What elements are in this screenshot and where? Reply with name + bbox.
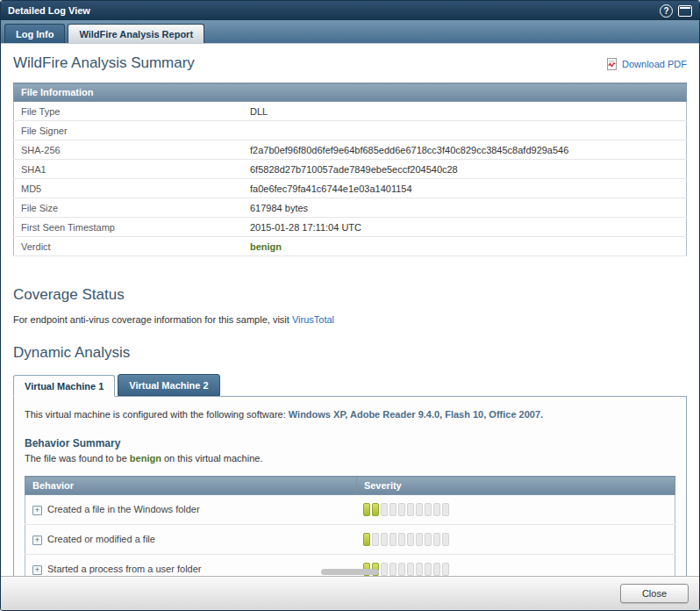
- severity-segment-empty: [416, 533, 423, 546]
- table-row: Verdict benign: [14, 237, 687, 256]
- severity-meter: [363, 563, 668, 576]
- severity-segment-empty: [389, 503, 396, 516]
- severity-segment-empty: [381, 533, 388, 546]
- vm-config-text: This virtual machine is configured with …: [25, 409, 675, 420]
- severity-segment-empty: [398, 533, 405, 546]
- dialog-title: Detailed Log View: [8, 5, 660, 16]
- severity-segment-empty: [407, 503, 414, 516]
- severity-segment-empty: [425, 563, 432, 576]
- severity-segment-empty: [433, 503, 440, 516]
- coverage-text-before: For endpoint anti-virus coverage informa…: [13, 314, 292, 325]
- severity-segment-empty: [381, 563, 388, 576]
- severity-meter: [363, 503, 668, 516]
- download-pdf-label: Download PDF: [622, 59, 687, 69]
- expand-icon[interactable]: +: [32, 565, 42, 575]
- severity-segment-empty: [416, 563, 423, 576]
- behavior-column-header: Behavior: [25, 477, 357, 495]
- severity-segment-empty: [425, 533, 432, 546]
- help-icon[interactable]: ?: [660, 4, 673, 18]
- pdf-icon: [606, 58, 618, 70]
- behavior-header-row: Behavior Severity: [25, 477, 675, 495]
- file-signer-label: File Signer: [14, 121, 244, 140]
- horizontal-scrollbar-thumb[interactable]: [321, 569, 379, 575]
- verdict-sentence: The file was found to be benign on this …: [25, 453, 675, 464]
- file-type-value: DLL: [243, 102, 687, 121]
- md5-value: fa0e6fec79fa41c6744e1e03a1401154: [243, 179, 687, 198]
- top-tab-strip: Log Info WildFire Analysis Report: [1, 20, 699, 44]
- severity-segment-filled: [363, 533, 370, 546]
- tab-wildfire-analysis-report[interactable]: WildFire Analysis Report: [68, 24, 204, 43]
- table-row: First Seen Timestamp 2015-01-28 17:11:04…: [14, 218, 687, 237]
- sha256-value: f2a7b0ef96f80d6fef9e64bf685edd6e6718cc3f…: [243, 140, 687, 160]
- severity-segment-filled: [372, 503, 379, 516]
- severity-segment-empty: [381, 503, 388, 516]
- severity-segment-empty: [407, 563, 414, 576]
- severity-segment-empty: [416, 503, 423, 516]
- wildfire-summary-heading: WildFire Analysis Summary: [13, 54, 606, 72]
- tab-log-info[interactable]: Log Info: [4, 24, 65, 43]
- vm1-panel: This virtual machine is configured with …: [13, 396, 687, 576]
- file-signer-value: [243, 121, 687, 140]
- file-type-label: File Type: [14, 102, 244, 121]
- severity-segment-empty: [389, 533, 396, 546]
- severity-segment-empty: [398, 503, 405, 516]
- file-size-label: File Size: [14, 198, 244, 218]
- md5-label: MD5: [14, 179, 244, 198]
- severity-segment-filled: [363, 503, 370, 516]
- vm-config-prefix: This virtual machine is configured with …: [25, 409, 289, 420]
- severity-segment-empty: [398, 563, 405, 576]
- tab-virtual-machine-1[interactable]: Virtual Machine 1: [13, 375, 115, 397]
- footer-bar: Close: [1, 576, 699, 610]
- virustotal-link[interactable]: VirusTotal: [292, 314, 334, 325]
- title-bar: Detailed Log View ?: [1, 1, 699, 20]
- severity-segment-empty: [425, 503, 432, 516]
- window-icon[interactable]: [678, 5, 692, 17]
- behavior-table: Behavior Severity +Created a file in the…: [25, 476, 675, 576]
- vm-config-software: Windows XP, Adobe Reader 9.4.0, Flash 10…: [289, 409, 543, 420]
- severity-segment-empty: [433, 563, 440, 576]
- behavior-label: Created a file in the Windows folder: [47, 504, 200, 514]
- verdict-sentence-after: on this virtual machine.: [161, 453, 263, 464]
- sha256-label: SHA-256: [14, 140, 244, 160]
- table-row: +Created a file in the Windows folder: [25, 495, 675, 525]
- coverage-text: For endpoint anti-virus coverage informa…: [13, 314, 687, 325]
- severity-segment-empty: [372, 533, 379, 546]
- verdict-sentence-before: The file was found to be: [25, 453, 130, 464]
- severity-segment-empty: [407, 533, 414, 546]
- file-size-value: 617984 bytes: [243, 198, 687, 218]
- table-row: SHA-256 f2a7b0ef96f80d6fef9e64bf685edd6e…: [14, 140, 687, 160]
- table-row: File Type DLL: [14, 102, 687, 121]
- table-row: File Signer: [14, 121, 687, 140]
- sha1-value: 6f5828d27b710057ade7849ebe5eccf204540c28: [243, 160, 687, 179]
- expand-icon[interactable]: +: [32, 506, 42, 515]
- verdict-sentence-verdict: benign: [130, 453, 161, 464]
- coverage-status-heading: Coverage Status: [13, 286, 687, 304]
- download-pdf-link[interactable]: Download PDF: [606, 58, 687, 70]
- first-seen-label: First Seen Timestamp: [14, 218, 244, 237]
- dynamic-analysis-heading: Dynamic Analysis: [13, 344, 687, 362]
- severity-segment-empty: [433, 533, 440, 546]
- tab-virtual-machine-2[interactable]: Virtual Machine 2: [118, 374, 219, 396]
- verdict-value: benign: [243, 237, 687, 256]
- table-row: MD5 fa0e6fec79fa41c6744e1e03a1401154: [14, 179, 687, 198]
- severity-segment-empty: [389, 563, 396, 576]
- severity-segment-empty: [442, 503, 449, 516]
- report-content: WildFire Analysis Summary Download PDF F…: [1, 44, 699, 576]
- file-information-table: File Information File Type DLL File Sign…: [13, 83, 687, 256]
- table-row: +Created or modified a file: [25, 525, 675, 555]
- table-row: SHA1 6f5828d27b710057ade7849ebe5eccf2045…: [14, 160, 687, 179]
- severity-meter: [363, 533, 668, 546]
- behavior-summary-heading: Behavior Summary: [25, 437, 675, 449]
- behavior-label: Started a process from a user folder: [47, 564, 201, 574]
- expand-icon[interactable]: +: [32, 536, 42, 545]
- close-button[interactable]: Close: [620, 584, 689, 603]
- severity-segment-empty: [442, 563, 449, 576]
- detailed-log-view-dialog: Detailed Log View ? Log Info WildFire An…: [0, 0, 700, 611]
- verdict-label: Verdict: [14, 237, 244, 256]
- severity-column-header: Severity: [356, 477, 675, 495]
- file-information-header: File Information: [14, 83, 687, 102]
- sha1-label: SHA1: [14, 160, 244, 179]
- table-row: File Size 617984 bytes: [14, 198, 687, 218]
- vm-tab-strip: Virtual Machine 1 Virtual Machine 2: [13, 374, 687, 396]
- first-seen-value: 2015-01-28 17:11:04 UTC: [243, 218, 687, 237]
